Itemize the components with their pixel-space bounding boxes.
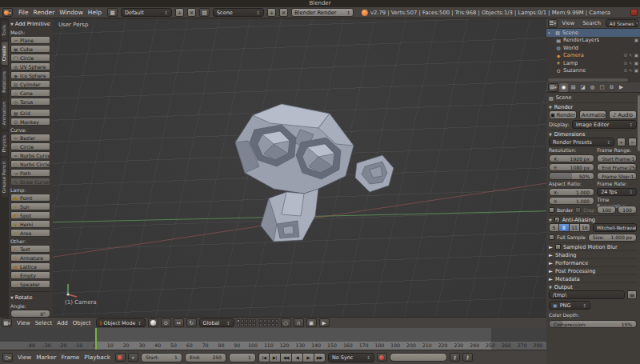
start-frame-field[interactable]: Start Frame:1 <box>597 154 637 162</box>
auto-keyframe-toggle[interactable] <box>115 353 126 362</box>
tool-button-nurbs-circle[interactable]: ○Nurbs Circle <box>10 160 50 168</box>
jump-to-end-icon[interactable]: ▶| <box>270 353 281 362</box>
editor-type-selector[interactable]: ☰ ▾ <box>548 19 558 28</box>
timeline-menu-marker[interactable]: Marker <box>34 354 58 361</box>
layer-toggle[interactable] <box>275 323 278 326</box>
remove-preset-button[interactable]: − <box>628 138 637 146</box>
constraints-tab-icon[interactable]: ⧉ <box>607 83 616 92</box>
resolution-x-field[interactable]: X:1920 px <box>549 154 594 162</box>
viewport-menu-view[interactable]: View <box>14 320 33 326</box>
tool-button-monkey[interactable]: ʘMonkey <box>10 118 50 126</box>
tool-button-empty[interactable]: +Empty <box>10 271 50 279</box>
tool-button-cube[interactable]: ▣Cube <box>10 45 50 53</box>
tool-button-circle[interactable]: ○Circle <box>10 142 50 150</box>
shelf-tab-tools[interactable]: Tools <box>2 21 8 40</box>
suzanne-model[interactable] <box>224 96 416 264</box>
translate-manipulator-icon[interactable]: ↔ <box>174 318 184 327</box>
scene-tab-icon[interactable]: ◪ <box>578 83 587 92</box>
panel-metadata[interactable]: ►Metadata <box>549 274 637 282</box>
aa-samples-8[interactable]: 8 <box>559 223 570 232</box>
outliner-item-suzanne[interactable]: ʘSuzanne⊙↖▣ <box>546 67 640 75</box>
render-engine-dropdown[interactable]: Blender Render ↕ <box>291 8 354 17</box>
record-button[interactable] <box>377 353 387 362</box>
layer-toggle[interactable] <box>263 323 266 326</box>
render-panel-header[interactable]: ▼ Render <box>549 102 637 110</box>
viewport-3d[interactable]: User Persp (1) Camera <box>53 18 546 317</box>
layer-toggle[interactable] <box>263 319 266 322</box>
editor-type-selector[interactable]: ▦ ▾ <box>2 318 12 327</box>
tool-button-spot[interactable]: ◤Spot <box>10 211 50 219</box>
shelf-tab-animation[interactable]: Animation <box>2 98 8 130</box>
audio-button[interactable]: ♪Audio <box>609 110 637 119</box>
timeline-menu-playback[interactable]: Playback <box>82 354 113 361</box>
anti-aliasing-panel-header[interactable]: ▼ Anti-Aliasing <box>549 215 637 223</box>
tool-button-ico-sphere[interactable]: ◆Ico Sphere <box>10 71 50 79</box>
outliner-item-scene[interactable]: ▾▧Scene <box>546 29 640 37</box>
full-sample-checkbox[interactable] <box>549 234 554 240</box>
animation-button[interactable]: ▸Animation <box>579 110 607 119</box>
camera-data-tab-icon[interactable]: ▶ <box>617 83 626 92</box>
object-tab-icon[interactable]: □ <box>598 83 606 92</box>
render-layers-tab-icon[interactable]: ▤ <box>569 83 578 92</box>
tool-button-cylinder[interactable]: ▥Cylinder <box>10 80 50 88</box>
menu-file[interactable]: File <box>16 9 31 16</box>
layer-toggle[interactable] <box>241 323 244 326</box>
outliner-item-camera[interactable]: ◆Camera⊙↖▣ <box>546 52 640 60</box>
outliner-item-renderlayers[interactable]: ▤RenderLayers▣ <box>546 37 640 45</box>
layer-toggle[interactable] <box>249 319 252 322</box>
add-preset-button[interactable]: + <box>617 138 626 146</box>
layer-toggle[interactable] <box>249 323 252 326</box>
editor-type-selector[interactable]: ▤ ▾ <box>548 83 558 92</box>
add-layout-button[interactable]: + <box>175 8 184 17</box>
tool-button-text[interactable]: FText <box>10 245 50 253</box>
render-tab-icon[interactable]: ◉ <box>559 83 568 92</box>
outliner-item-lamp[interactable]: ☀Lamp⊙↖▣ <box>546 59 640 67</box>
tool-button-sun[interactable]: ☀Sun <box>10 202 50 210</box>
tool-button-grid[interactable]: ▦Grid <box>10 109 50 117</box>
timeline-scrub-area[interactable]: -40-30-20-100102030405060708090100110120… <box>0 328 546 350</box>
panel-post-processing[interactable]: ►Post Processing <box>549 266 637 274</box>
tool-button-point[interactable]: ●Point <box>10 194 50 202</box>
tool-button-hemi[interactable]: ◖Hemi <box>10 220 50 228</box>
layer-toggle[interactable] <box>245 319 248 322</box>
renderability-icon[interactable]: ▣ <box>634 68 638 73</box>
panel-shading[interactable]: ►Shading <box>549 250 637 258</box>
output-panel-header[interactable]: ▼ Output <box>549 282 637 290</box>
tool-button-torus[interactable]: ◎Torus <box>10 98 50 106</box>
timeline-menu-frame[interactable]: Frame <box>59 354 82 361</box>
aa-samples-5[interactable]: 5 <box>549 223 559 232</box>
layer-toggle[interactable] <box>237 319 240 322</box>
scene-dropdown[interactable]: Scene ↕ <box>213 8 264 17</box>
remap-new-field[interactable]: 100 <box>618 206 637 214</box>
frame-rate-dropdown[interactable]: 24 fps ↕ <box>597 188 637 196</box>
pivot-center-dropdown[interactable]: ⊙ <box>161 318 171 327</box>
end-frame-field[interactable]: End Frame:250 <box>597 163 637 171</box>
aa-filter-dropdown[interactable]: Mitchell-Netravali ↕ <box>593 223 637 232</box>
aa-size-field[interactable]: Size:1.000 px <box>588 234 637 242</box>
frame-step-field[interactable]: Frame Step:1 <box>597 172 637 180</box>
resolution-percentage-slider[interactable]: 50% <box>549 172 594 180</box>
anti-aliasing-checkbox[interactable] <box>554 217 560 222</box>
rotate-manipulator-icon[interactable]: ↻ <box>186 318 197 327</box>
outliner-menu-search[interactable]: Search <box>580 20 603 26</box>
snap-magnet-icon[interactable]: ∩ <box>294 318 304 327</box>
tool-button-lattice[interactable]: ▩Lattice <box>10 262 50 270</box>
current-frame-field[interactable]: 1 <box>229 353 256 362</box>
tool-button-nurbs-curve[interactable]: ≈Nurbs Curve <box>10 151 50 159</box>
display-scope-dropdown[interactable]: All Scenes ▾ <box>606 19 638 27</box>
world-tab-icon[interactable]: ◍ <box>588 83 597 92</box>
scene-icon-button[interactable]: ▧ <box>199 8 210 17</box>
mode-dropdown[interactable]: Object Mode ↕ <box>96 318 146 327</box>
shelf-tab-grease-pencil[interactable]: Grease Pencil <box>2 158 8 197</box>
outliner-menu-view[interactable]: View <box>560 20 578 26</box>
opengl-render-still-button[interactable]: ▣ <box>306 318 317 327</box>
selectability-icon[interactable]: ↖ <box>629 53 633 58</box>
panel-performance[interactable]: ►Performance <box>549 258 637 266</box>
opengl-render-anim-button[interactable]: ▶ <box>319 318 330 327</box>
jump-to-start-icon[interactable]: |◀ <box>258 353 270 362</box>
editor-type-selector[interactable]: ◷ ▾ <box>2 353 13 362</box>
prev-keyframe-icon[interactable]: ◀◀ <box>281 353 292 362</box>
tool-button-circle[interactable]: ◯Circle <box>10 54 50 62</box>
resolution-y-field[interactable]: Y:1080 px <box>549 163 594 171</box>
visibility-icon[interactable]: ⊙ <box>624 53 628 58</box>
